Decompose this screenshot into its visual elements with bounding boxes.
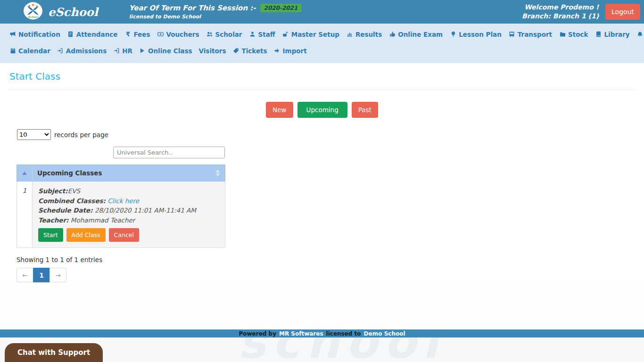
nav-label: Calendar xyxy=(18,47,50,55)
licensed-to-text: licensed to xyxy=(326,330,361,337)
nav-scholar[interactable]: Scholar xyxy=(206,31,242,38)
nav-label: Transport xyxy=(518,31,552,38)
records-per-page: 10 records per page xyxy=(17,129,635,140)
nav-results[interactable]: Results xyxy=(347,31,382,38)
nav-stock[interactable]: Stock xyxy=(559,31,588,38)
top-header: School eSchool Year Of Term For This Ses… xyxy=(0,0,644,24)
nav-hr[interactable]: HR xyxy=(113,47,132,55)
nav-label: Fees xyxy=(133,31,150,38)
next-page-button[interactable]: → xyxy=(50,268,66,282)
index-header-cell[interactable] xyxy=(17,165,33,181)
bell-icon xyxy=(637,31,644,38)
brand-name: eSchool xyxy=(48,5,98,19)
nav-master-setup[interactable]: Master Setup xyxy=(282,31,339,38)
add-class-button[interactable]: Add Class xyxy=(66,228,106,242)
schedule-line: Schedule Date: 28/10/2020 11:01 AM-11:41… xyxy=(38,206,219,215)
nav-notification[interactable]: Notification xyxy=(9,31,60,38)
teacher-value: Mohammad Teacher xyxy=(71,216,135,224)
table-header-label: Upcoming Classes xyxy=(37,169,102,177)
nav-label: Stock xyxy=(568,31,588,38)
class-filter-buttons: New Upcoming Past xyxy=(9,102,635,118)
search-row xyxy=(113,147,635,158)
nav-staff[interactable]: Staff xyxy=(249,31,275,38)
entries-summary: Showing 1 to 1 of 1 entries xyxy=(17,256,635,263)
upcoming-classes-header-cell[interactable]: Upcoming Classes xyxy=(33,165,225,181)
nav-visitors[interactable]: Visitors xyxy=(199,47,226,55)
nav-label: Notification xyxy=(18,31,60,38)
nav-calendar[interactable]: Calendar xyxy=(9,47,50,55)
welcome-text: Welcome Prodemo ! xyxy=(522,3,599,12)
nav-label: Master Setup xyxy=(291,31,339,38)
welcome-block: Welcome Prodemo ! Branch: Branch 1 (1) xyxy=(522,3,599,21)
nav-library[interactable]: Library xyxy=(595,31,629,38)
nav-label: Import xyxy=(283,47,307,55)
cancel-button[interactable]: Cancel xyxy=(109,228,139,242)
combined-classes-line: Combined Classes: Click here xyxy=(38,196,219,206)
new-filter-button[interactable]: New xyxy=(266,102,293,118)
nav-tickets[interactable]: Tickets xyxy=(232,47,267,55)
nav-vouchers[interactable]: Vouchers xyxy=(157,31,199,38)
play-icon xyxy=(139,48,146,54)
table-row: 1 Subject:EVS Combined Classes: Click he… xyxy=(17,181,225,248)
nav-label: HR xyxy=(122,47,132,55)
bulb-icon xyxy=(450,31,456,38)
nav-label: Scholar xyxy=(215,31,242,38)
row-actions: Start Add Class Cancel xyxy=(38,228,219,242)
logout-button[interactable]: Logout xyxy=(605,4,640,20)
combined-classes-link[interactable]: Click here xyxy=(107,197,139,205)
svg-text:School: School xyxy=(28,16,39,18)
page-title: Start Class xyxy=(9,71,635,82)
pagination: ← 1 → xyxy=(17,268,66,282)
menu-row-1: Notification Attendance ₹ Fees Vouchers … xyxy=(0,26,644,42)
calendar-icon xyxy=(9,48,16,54)
title-divider xyxy=(9,90,635,90)
sort-toggle-icon xyxy=(215,170,220,176)
user-icon xyxy=(249,31,256,38)
nav-lesson-plan[interactable]: Lesson Plan xyxy=(450,31,502,38)
records-per-page-label: records per page xyxy=(54,131,108,139)
nav-label: Attendance xyxy=(76,31,118,38)
book-icon xyxy=(595,31,602,38)
vendor-name: MR Softwares xyxy=(279,330,323,337)
chat-with-support-button[interactable]: Chat with Support xyxy=(5,343,103,362)
nav-fees[interactable]: ₹ Fees xyxy=(124,31,150,38)
prev-page-button[interactable]: ← xyxy=(17,268,33,282)
universal-search-input[interactable] xyxy=(113,147,225,158)
nav-label: Lesson Plan xyxy=(459,31,502,38)
subject-value: EVS xyxy=(68,187,80,195)
nav-online-class[interactable]: Online Class xyxy=(139,47,192,55)
main-content: Start Class New Upcoming Past 10 records… xyxy=(0,63,644,282)
past-filter-button[interactable]: Past xyxy=(352,102,378,118)
bullhorn-icon xyxy=(9,31,16,38)
nav-attendance[interactable]: Attendance xyxy=(67,31,118,38)
nav-label: Library xyxy=(604,31,629,38)
licensed-note: licensed to Demo School xyxy=(129,14,302,20)
nav-timetable[interactable]: TimeTable xyxy=(637,31,644,38)
eschool-logo-icon: School xyxy=(23,1,43,22)
upcoming-classes-table: Upcoming Classes 1 Subject:EVS Combined … xyxy=(17,165,225,248)
subject-label: Subject: xyxy=(38,187,68,195)
nav-label: Vouchers xyxy=(166,31,199,38)
branch-text: Branch: Branch 1 (1) xyxy=(522,12,599,21)
nav-label: Online Exam xyxy=(398,31,443,38)
brand: School eSchool xyxy=(23,1,98,22)
teacher-line: Teacher: Mohammad Teacher xyxy=(38,215,219,225)
nav-import[interactable]: Import xyxy=(274,47,307,55)
powered-by-text: Powered by xyxy=(239,330,276,337)
nav-transport[interactable]: Transport xyxy=(509,31,552,38)
schedule-label: Schedule Date: xyxy=(38,206,93,214)
page-1-button[interactable]: 1 xyxy=(33,268,50,282)
records-per-page-select[interactable]: 10 xyxy=(17,129,51,140)
tags-icon xyxy=(232,48,239,54)
nav-online-exam[interactable]: Online Exam xyxy=(389,31,443,38)
table-header-row[interactable]: Upcoming Classes xyxy=(17,165,225,181)
start-button[interactable]: Start xyxy=(38,228,63,242)
upcoming-filter-button[interactable]: Upcoming xyxy=(297,102,347,118)
nav-admissions[interactable]: Admissions xyxy=(57,47,107,55)
session-label: Year Of Term For This Session :- xyxy=(129,4,256,12)
nav-label: Results xyxy=(355,31,382,38)
school-name: Demo School xyxy=(364,330,405,337)
nav-label: Admissions xyxy=(66,47,107,55)
bar-chart-icon xyxy=(347,31,353,38)
arrow-right-icon xyxy=(274,48,281,54)
